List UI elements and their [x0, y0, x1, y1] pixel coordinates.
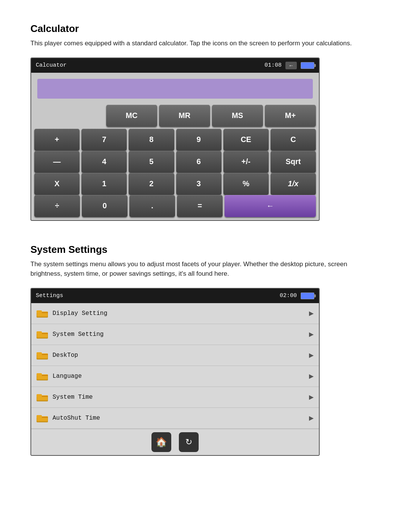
settings-item-language[interactable]: Language ▶	[31, 366, 319, 387]
btn-decimal[interactable]: .	[129, 195, 175, 217]
settings-label-display: Display Setting	[53, 310, 304, 317]
btn-5[interactable]: 5	[129, 151, 174, 173]
btn-mplus[interactable]: M+	[265, 105, 316, 127]
settings-list: Display Setting ▶ System Setting ▶ DeskT…	[31, 303, 319, 455]
memory-row: MC MR MS M+	[106, 105, 316, 127]
calculator-right-group: 01:08 ←	[264, 62, 314, 69]
calculator-time: 01:08	[264, 62, 282, 69]
calculator-back-button[interactable]: ←	[285, 62, 297, 69]
btn-plusminus[interactable]: +/-	[223, 151, 269, 173]
settings-label-desktop: DeskTop	[53, 352, 304, 359]
settings-item-desktop[interactable]: DeskTop ▶	[31, 345, 319, 366]
btn-minus[interactable]: —	[34, 151, 80, 173]
btn-equals[interactable]: =	[177, 195, 223, 217]
settings-label-systemtime: System Time	[53, 394, 304, 401]
settings-right-group: 02:00	[280, 292, 314, 299]
btn-ms[interactable]: MS	[212, 105, 263, 127]
settings-item-systemtime[interactable]: System Time ▶	[31, 387, 319, 408]
btn-8[interactable]: 8	[129, 129, 174, 151]
folder-icon-display	[37, 309, 48, 318]
btn-7[interactable]: 7	[81, 129, 127, 151]
btn-plus[interactable]: +	[34, 129, 80, 151]
calculator-description: This player comes equipped with a standa…	[30, 38, 381, 48]
arrow-icon-display: ▶	[309, 310, 314, 317]
folder-icon-language	[37, 372, 48, 380]
battery-icon	[301, 62, 314, 69]
btn-backspace[interactable]: ←	[225, 195, 316, 217]
refresh-button[interactable]: ↻	[179, 432, 199, 452]
arrow-icon-system: ▶	[309, 331, 314, 338]
calculator-display	[37, 79, 313, 99]
arrow-icon-language: ▶	[309, 372, 314, 380]
btn-divide[interactable]: ÷	[34, 195, 80, 217]
btn-9[interactable]: 9	[176, 129, 221, 151]
arrow-icon-systemtime: ▶	[309, 393, 314, 401]
btn-6[interactable]: 6	[176, 151, 221, 173]
bottom-nav: 🏠 ↻	[31, 429, 319, 455]
btn-c[interactable]: C	[271, 129, 316, 151]
arrow-icon-autoshut: ▶	[309, 414, 314, 422]
btn-multiply[interactable]: X	[34, 173, 80, 195]
btn-percent[interactable]: %	[223, 173, 269, 195]
settings-time: 02:00	[280, 292, 297, 299]
btn-3[interactable]: 3	[176, 173, 221, 195]
btn-0[interactable]: 0	[82, 195, 127, 217]
folder-icon-autoshut	[37, 414, 48, 422]
home-button[interactable]: 🏠	[151, 432, 171, 452]
calculator-body: MC MR MS M+ + 7 8 9 CE C — 4 5 6 +/- Sqr…	[31, 102, 319, 220]
settings-label-autoshut: AutoShut Time	[53, 415, 304, 422]
home-icon: 🏠	[156, 437, 167, 447]
calculator-status-bar: Calcuator 01:08 ←	[31, 58, 319, 73]
settings-item-autoshut[interactable]: AutoShut Time ▶	[31, 408, 319, 429]
calc-row-4: ÷ 0 . = ←	[34, 195, 316, 217]
btn-1[interactable]: 1	[81, 173, 127, 195]
settings-title: System Settings	[30, 244, 381, 256]
folder-icon-desktop	[37, 351, 48, 359]
btn-mr[interactable]: MR	[159, 105, 210, 127]
settings-label-system: System Setting	[53, 331, 304, 338]
calc-row-2: — 4 5 6 +/- Sqrt	[34, 151, 316, 173]
settings-label-language: Language	[53, 373, 304, 380]
calculator-app-name: Calcuator	[36, 62, 67, 69]
folder-icon-systemtime	[37, 393, 48, 401]
settings-item-display[interactable]: Display Setting ▶	[31, 303, 319, 324]
calc-row-3: X 1 2 3 % 1/x	[34, 173, 316, 195]
calc-row-1: + 7 8 9 CE C	[34, 129, 316, 151]
btn-mc[interactable]: MC	[106, 105, 157, 127]
settings-item-system[interactable]: System Setting ▶	[31, 324, 319, 345]
arrow-icon-desktop: ▶	[309, 351, 314, 359]
btn-reciprocal[interactable]: 1/x	[271, 173, 316, 195]
btn-4[interactable]: 4	[81, 151, 127, 173]
calculator-device-frame: Calcuator 01:08 ← MC MR MS M+ + 7 8 9 CE…	[30, 58, 320, 221]
btn-ce[interactable]: CE	[223, 129, 269, 151]
settings-app-name: Settings	[36, 292, 63, 299]
settings-status-bar: Settings 02:00	[31, 289, 319, 303]
calculator-title: Calculator	[30, 23, 381, 35]
settings-device-frame: Settings 02:00 Display Setting ▶ System …	[30, 288, 320, 456]
refresh-icon: ↻	[185, 437, 192, 447]
folder-icon-system	[37, 330, 48, 339]
btn-2[interactable]: 2	[129, 173, 174, 195]
btn-sqrt[interactable]: Sqrt	[271, 151, 316, 173]
settings-battery-icon	[301, 292, 314, 299]
settings-description: The system settings menu allows you to a…	[30, 259, 381, 279]
